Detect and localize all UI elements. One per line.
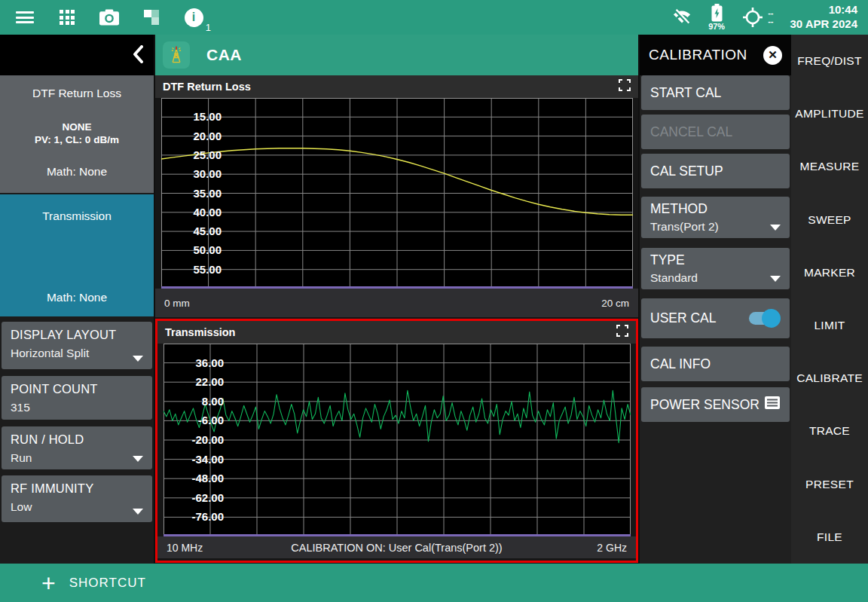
menu-item-preset[interactable]: PRESET (791, 458, 868, 511)
setting-rf-immunity[interactable]: RF IMMUNITY Low (2, 475, 152, 522)
chevron-down-icon (133, 509, 143, 515)
gps-value-bottom: -- (768, 17, 773, 26)
calibration-panel-title: CALIBRATION (649, 47, 747, 63)
setting-label: POINT COUNT (11, 382, 143, 396)
trace-tile-math: Math: None (0, 165, 154, 179)
calibration-panel: CALIBRATION ✕ START CAL CANCEL CAL CAL S… (640, 35, 791, 564)
setting-point-count[interactable]: POINT COUNT 315 (2, 376, 152, 420)
setting-label: RF IMMUNITY (11, 481, 143, 496)
left-sidebar: DTF Return Loss NONE PV: 1, CL: 0 dB/m M… (0, 35, 154, 564)
cancel-cal-button: CANCEL CAL (641, 115, 790, 149)
collapse-sidebar-button[interactable] (133, 45, 143, 66)
camera-icon[interactable] (99, 8, 119, 27)
x-axis-end-label: 2 GHz (597, 542, 627, 554)
chevron-down-icon (770, 276, 781, 282)
setting-value: Low (11, 500, 143, 514)
chart-panel-transmission-selected[interactable]: Transmission 36.0022.008.00-6.00-20.00-3… (155, 319, 638, 563)
menu-item-limit[interactable]: LIMIT (791, 299, 868, 352)
setting-label: DISPLAY LAYOUT (11, 328, 143, 342)
gps-crosshair-icon (741, 6, 764, 29)
info-badge: 1 (206, 22, 211, 33)
trace-tile-math: Math: None (0, 291, 154, 304)
menu-item-trace[interactable]: TRACE (791, 405, 868, 457)
transmission-plot-area[interactable]: 36.0022.008.00-6.00-20.00-34.00-48.00-62… (164, 344, 631, 536)
trace-tile-title: Transmission (0, 194, 154, 223)
menu-item-sweep[interactable]: SWEEP (791, 194, 868, 246)
setting-value: 315 (11, 401, 143, 414)
battery-indicator: 97% (708, 4, 725, 31)
x-axis-start-label: 10 MHz (167, 542, 203, 554)
clock: 10:44 30 APR 2024 (790, 3, 857, 32)
trace-tile-transmission[interactable]: Transmission Math: None (0, 194, 154, 316)
power-sensor-icon (764, 396, 781, 414)
x-axis-end-label: 20 cm (601, 298, 629, 309)
time: 10:44 (829, 3, 857, 17)
menu-item-file[interactable]: FILE (791, 511, 868, 564)
maximize-icon[interactable] (619, 79, 631, 94)
user-cal-toggle[interactable] (749, 312, 779, 325)
screen-capture-icon[interactable] (142, 8, 161, 27)
app-header: CAA (155, 35, 638, 75)
type-dropdown[interactable]: TYPE Standard (641, 248, 790, 289)
shortcut-bar: + SHORTCUT (0, 564, 868, 602)
setting-run-hold[interactable]: RUN / HOLD Run (2, 426, 152, 469)
method-label: METHOD (650, 201, 708, 217)
type-label: TYPE (650, 252, 685, 268)
setting-label: RUN / HOLD (11, 432, 143, 447)
cal-info-button[interactable]: CAL INFO (641, 347, 790, 381)
app-title: CAA (206, 46, 242, 64)
power-sensor-label: POWER SENSOR (650, 397, 760, 413)
caa-app-icon (163, 41, 190, 69)
menu-item-calibrate[interactable]: CALIBRATE (791, 352, 868, 405)
type-value: Standard (650, 271, 698, 285)
battery-percent: 97% (708, 23, 725, 31)
plus-icon[interactable]: + (41, 572, 56, 594)
apps-grid-icon[interactable] (57, 8, 77, 27)
cal-setup-button[interactable]: CAL SETUP (641, 154, 790, 188)
trace-tile-params: PV: 1, CL: 0 dB/m (0, 134, 154, 145)
dtf-plot-area[interactable]: 15.0020.0025.0030.0035.0040.0045.0050.00… (161, 98, 633, 289)
chevron-down-icon (133, 456, 143, 462)
x-axis-start-label: 0 mm (164, 298, 190, 309)
main-area: CAA DTF Return Loss 15.0020.0025.0030.00… (155, 35, 638, 564)
trace-tile-dtf-return-loss[interactable]: DTF Return Loss NONE PV: 1, CL: 0 dB/m M… (0, 75, 154, 193)
menu-item-measure[interactable]: MEASURE (791, 140, 868, 193)
close-icon[interactable]: ✕ (763, 46, 782, 65)
method-value: Trans(Port 2) (650, 220, 719, 234)
chart-panel-dtf-return-loss[interactable]: DTF Return Loss 15.0020.0025.0030.0035.0… (155, 75, 638, 317)
main-menu: FREQ/DIST AMPLITUDE MEASURE SWEEP MARKER… (791, 35, 868, 564)
trace-tile-cable: NONE (0, 121, 154, 133)
sidebar-header (0, 35, 154, 75)
chevron-down-icon (770, 225, 781, 231)
setting-value: Run (11, 451, 143, 465)
user-cal-label: USER CAL (650, 310, 717, 326)
shortcut-button[interactable]: SHORTCUT (69, 576, 146, 591)
gps-indicator: -- -- (741, 6, 773, 29)
calibration-status-text: CALIBRATION ON: User Cal(Trans(Port 2)) (157, 542, 636, 554)
start-cal-button[interactable]: START CAL (641, 75, 790, 110)
chart-title: DTF Return Loss (163, 81, 251, 93)
setting-value: Horizontal Split (11, 347, 143, 360)
chevron-down-icon (133, 356, 143, 362)
maximize-icon[interactable] (616, 325, 628, 340)
hamburger-menu-icon[interactable] (15, 8, 35, 27)
info-icon[interactable]: i 1 (184, 8, 203, 27)
trace-tile-title: DTF Return Loss (0, 75, 154, 100)
chart-title: Transmission (165, 326, 235, 338)
method-dropdown[interactable]: METHOD Trans(Port 2) (641, 197, 790, 238)
menu-item-freq-dist[interactable]: FREQ/DIST (791, 35, 868, 87)
wifi-off-icon[interactable] (672, 8, 692, 27)
menu-item-amplitude[interactable]: AMPLITUDE (791, 87, 868, 140)
power-sensor-button[interactable]: POWER SENSOR (641, 387, 790, 422)
date: 30 APR 2024 (790, 17, 857, 32)
menu-item-marker[interactable]: MARKER (791, 246, 868, 299)
user-cal-toggle-row[interactable]: USER CAL (641, 298, 790, 338)
top-status-bar: i 1 97% (0, 0, 868, 35)
setting-display-layout[interactable]: DISPLAY LAYOUT Horizontal Split (2, 322, 152, 369)
